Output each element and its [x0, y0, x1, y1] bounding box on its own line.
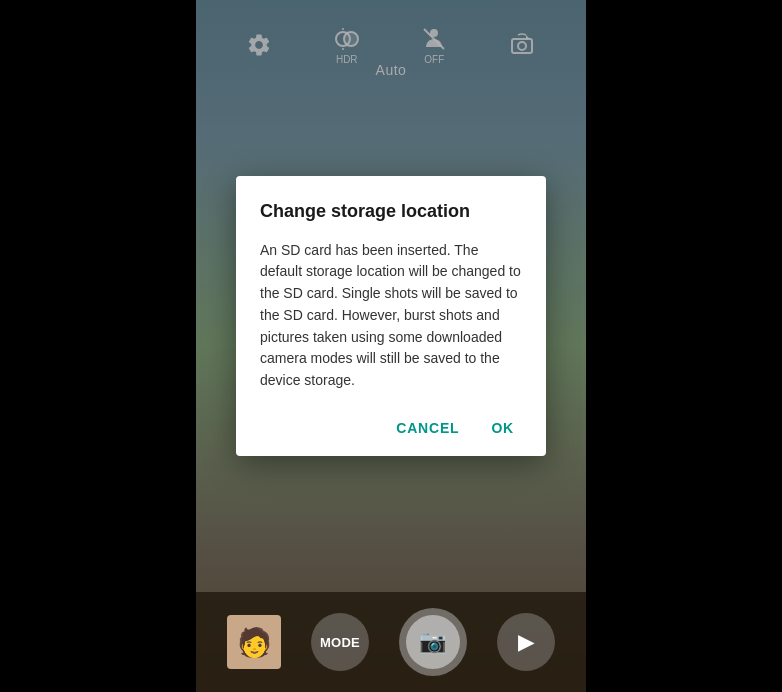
video-icon: ▶	[518, 630, 533, 654]
phone-screen: HDR OFF Auto Change storage location An …	[196, 0, 586, 692]
mode-button-label: MODE	[320, 635, 360, 650]
change-storage-dialog: Change storage location An SD card has b…	[236, 176, 546, 455]
dialog-actions: CANCEL OK	[260, 416, 522, 440]
thumbnail-image: 🧑	[237, 626, 272, 659]
dialog-overlay: Change storage location An SD card has b…	[196, 0, 586, 692]
camera-icon: 📷	[419, 629, 446, 655]
shutter-button[interactable]: 📷	[399, 608, 467, 676]
video-button[interactable]: ▶	[497, 613, 555, 671]
mode-button[interactable]: MODE	[311, 613, 369, 671]
dialog-title: Change storage location	[260, 200, 522, 223]
ok-button[interactable]: OK	[483, 416, 522, 440]
dialog-body: An SD card has been inserted. The defaul…	[260, 240, 522, 392]
cancel-button[interactable]: CANCEL	[388, 416, 467, 440]
bottom-bar: 🧑 MODE 📷 ▶	[196, 592, 586, 692]
gallery-thumbnail[interactable]: 🧑	[227, 615, 281, 669]
shutter-inner: 📷	[406, 615, 460, 669]
